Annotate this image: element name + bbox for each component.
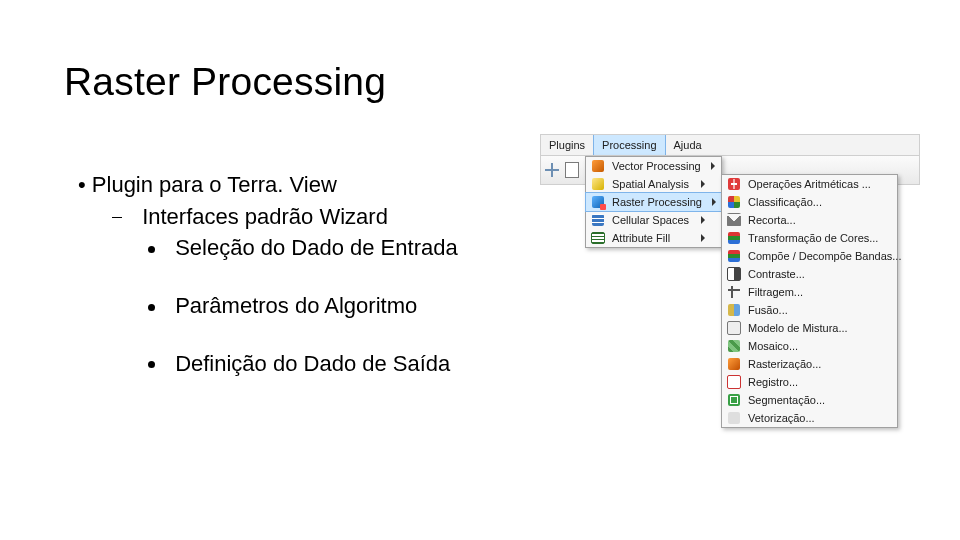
- menu-ajuda[interactable]: Ajuda: [666, 135, 710, 155]
- ic-cell-icon: [590, 212, 606, 228]
- submenu-arrow-icon: [701, 234, 705, 242]
- dd2-label-9: Mosaico...: [748, 340, 881, 352]
- bullet-lvl3c: Definição do Dado de Saída: [148, 349, 458, 379]
- dd2-item-5[interactable]: Contraste...: [722, 265, 897, 283]
- ic-arit-icon: [726, 176, 742, 192]
- submenu-arrow-icon: [701, 180, 705, 188]
- menu-processing[interactable]: Processing: [593, 135, 665, 155]
- dd2-label-13: Vetorização...: [748, 412, 881, 424]
- submenu-arrow-icon: [701, 216, 705, 224]
- bullet-lvl3a: Seleção do Dado de Entrada: [148, 233, 458, 263]
- ic-contr-icon: [726, 266, 742, 282]
- dd2-label-3: Transformação de Cores...: [748, 232, 881, 244]
- dd2-label-7: Fusão...: [748, 304, 881, 316]
- dd2-item-0[interactable]: Operações Aritméticas ...: [722, 175, 897, 193]
- ic-raster-icon: [590, 194, 606, 210]
- bullet-lvl2: Interfaces padrão Wizard: [112, 202, 458, 232]
- dd2-item-9[interactable]: Mosaico...: [722, 337, 897, 355]
- slide-title: Raster Processing: [64, 60, 386, 104]
- dd2-label-12: Segmentação...: [748, 394, 881, 406]
- slide: Raster Processing • Plugin para o Terra.…: [0, 0, 960, 540]
- submenu-arrow-icon: [711, 162, 715, 170]
- ic-fusao-icon: [726, 302, 742, 318]
- menu-plugins[interactable]: Plugins: [541, 135, 593, 155]
- bullet-lvl1-text: Plugin para o Terra. View: [92, 172, 337, 197]
- dd2-label-10: Rasterização...: [748, 358, 881, 370]
- dd1-label-4: Attribute Fill: [612, 232, 691, 244]
- dd2-label-5: Contraste...: [748, 268, 881, 280]
- bullet-lvl1: • Plugin para o Terra. View: [78, 170, 458, 200]
- dd2-item-4[interactable]: Compõe / Decompõe Bandas...: [722, 247, 897, 265]
- ic-mos-icon: [726, 338, 742, 354]
- ic-vet-icon: [726, 410, 742, 426]
- dd2-item-7[interactable]: Fusão...: [722, 301, 897, 319]
- dd1-label-2: Raster Processing: [612, 196, 702, 208]
- dd1-item-2[interactable]: Raster Processing: [585, 192, 722, 212]
- ic-class-icon: [726, 194, 742, 210]
- bullet-lvl2-text: Interfaces padrão Wizard: [142, 204, 388, 229]
- ic-recorta-icon: [726, 212, 742, 228]
- ic-rast-icon: [726, 356, 742, 372]
- dd1-item-4[interactable]: Attribute Fill: [586, 229, 721, 247]
- bullet-lvl3c-text: Definição do Dado de Saída: [175, 351, 450, 376]
- dd2-label-4: Compõe / Decompõe Bandas...: [748, 250, 901, 262]
- submenu-arrow-icon: [712, 198, 716, 206]
- dd2-item-6[interactable]: Filtragem...: [722, 283, 897, 301]
- dd2-item-1[interactable]: Classificação...: [722, 193, 897, 211]
- dd2-label-0: Operações Aritméticas ...: [748, 178, 881, 190]
- dd2-item-12[interactable]: Segmentação...: [722, 391, 897, 409]
- ic-filt-icon: [726, 284, 742, 300]
- ic-attr-icon: [590, 230, 606, 246]
- dd2-label-11: Registro...: [748, 376, 881, 388]
- dd2-item-8[interactable]: Modelo de Mistura...: [722, 319, 897, 337]
- new-doc-icon[interactable]: [565, 162, 579, 178]
- dd2-label-8: Modelo de Mistura...: [748, 322, 881, 334]
- bullet-lvl3a-text: Seleção do Dado de Entrada: [175, 235, 458, 260]
- dd2-item-10[interactable]: Rasterização...: [722, 355, 897, 373]
- dd2-item-3[interactable]: Transformação de Cores...: [722, 229, 897, 247]
- slide-body: • Plugin para o Terra. View Interfaces p…: [78, 170, 458, 380]
- dd1-label-1: Spatial Analysis: [612, 178, 691, 190]
- ic-reg-icon: [726, 374, 742, 390]
- menubar: Plugins Processing Ajuda: [540, 134, 920, 156]
- dd1-item-1[interactable]: Spatial Analysis: [586, 175, 721, 193]
- dd2-label-1: Classificação...: [748, 196, 881, 208]
- ic-seg-icon: [726, 392, 742, 408]
- dd1-label-0: Vector Processing: [612, 160, 701, 172]
- dd1-item-0[interactable]: Vector Processing: [586, 157, 721, 175]
- dd2-item-2[interactable]: Recorta...: [722, 211, 897, 229]
- ic-bandas-icon: [726, 248, 742, 264]
- dd2-item-13[interactable]: Vetorização...: [722, 409, 897, 427]
- dd1-label-3: Cellular Spaces: [612, 214, 691, 226]
- dd1-item-3[interactable]: Cellular Spaces: [586, 211, 721, 229]
- dropdown-raster-processing: Operações Aritméticas ...Classificação..…: [721, 174, 898, 428]
- dd2-label-6: Filtragem...: [748, 286, 881, 298]
- ic-bandas-icon: [726, 230, 742, 246]
- move-icon[interactable]: [545, 163, 559, 177]
- dd2-item-11[interactable]: Registro...: [722, 373, 897, 391]
- bullet-lvl3b-text: Parâmetros do Algoritmo: [175, 293, 417, 318]
- ic-spatial-icon: [590, 176, 606, 192]
- dd2-label-2: Recorta...: [748, 214, 881, 226]
- embedded-screenshot: Plugins Processing Ajuda Vector Processi…: [540, 134, 920, 185]
- ic-vector-icon: [590, 158, 606, 174]
- ic-mix-icon: [726, 320, 742, 336]
- dropdown-processing: Vector ProcessingSpatial AnalysisRaster …: [585, 156, 722, 248]
- bullet-lvl3b: Parâmetros do Algoritmo: [148, 291, 458, 321]
